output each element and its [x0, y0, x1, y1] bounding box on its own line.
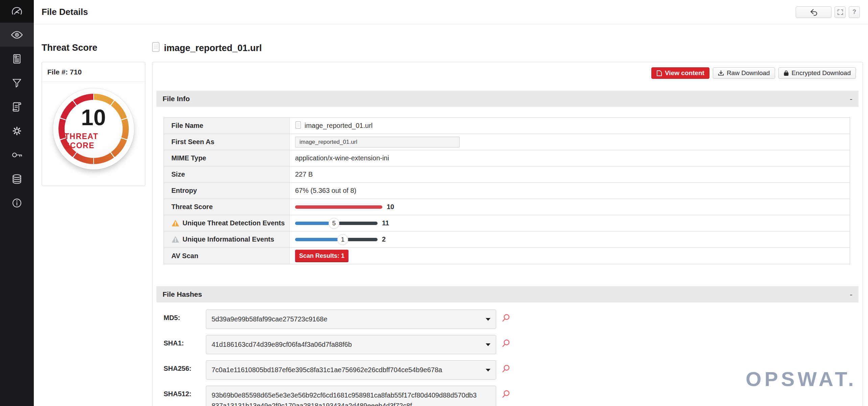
sidebar-item-database[interactable]	[0, 167, 34, 191]
row-label: Size	[164, 166, 290, 182]
sidebar-item-history[interactable]	[0, 95, 34, 119]
gauge-score-value: 10	[81, 106, 106, 129]
row-value: Scan Results: 1	[290, 248, 850, 264]
sidebar	[0, 0, 34, 406]
file-info-collapse-toggle[interactable]: -	[850, 95, 852, 103]
md5-select[interactable]: 5d39a9e99b58faf99cae275723c9168e	[206, 310, 496, 329]
raw-download-label: Raw Download	[727, 69, 770, 77]
help-label: ?	[852, 8, 856, 16]
table-row: Threat Score 10	[164, 199, 850, 215]
sidebar-item-analysis[interactable]	[0, 23, 34, 47]
threat-score-bar-row: 10	[290, 199, 850, 215]
threat-score-card: File #: 710 10 THREAT SCORE	[42, 62, 145, 186]
sha1-search-button[interactable]	[502, 339, 510, 350]
hash-row-md5: MD5: 5d39a9e99b58faf99cae275723c9168e	[164, 310, 863, 329]
encrypted-download-button[interactable]: Encrypted Download	[778, 67, 856, 79]
sidebar-item-settings[interactable]	[0, 119, 34, 143]
help-button[interactable]: ?	[849, 6, 860, 18]
opswat-logo-watermark: OPSWAT.	[746, 367, 857, 391]
warning-triangle-icon	[171, 220, 179, 227]
raw-download-button[interactable]: Raw Download	[713, 67, 775, 79]
file-hashes-section-header: File Hashes -	[156, 286, 859, 302]
file-icon	[295, 121, 301, 131]
search-icon	[502, 364, 510, 374]
chevron-down-icon	[486, 343, 490, 346]
detection-total-count: 11	[382, 219, 389, 227]
sidebar-item-keys[interactable]	[0, 143, 34, 167]
scan-results-badge[interactable]: Scan Results: 1	[295, 250, 348, 262]
table-row: First Seen As	[164, 134, 850, 150]
report-icon	[10, 52, 23, 65]
page-icon	[656, 70, 662, 76]
view-content-button[interactable]: View content	[651, 67, 709, 79]
file-title-row: image_reported_01.url	[152, 42, 262, 54]
row-label: Entropy	[164, 183, 290, 199]
file-name-title: image_reported_01.url	[164, 43, 262, 53]
sha256-value: 7c0a1e11610805bd187ef6e395c8fa31c1ae7569…	[212, 366, 442, 374]
sha256-label: SHA256:	[164, 360, 206, 373]
detection-total-bar	[338, 222, 378, 225]
detection-events-bar-row: 5 11	[290, 215, 850, 231]
informational-progress-bar	[295, 238, 338, 241]
row-value	[290, 134, 850, 150]
dashboard-gauge-icon	[10, 5, 24, 18]
sidebar-item-about[interactable]	[0, 191, 34, 215]
file-info-title: File Info	[163, 95, 190, 103]
file-icon	[152, 42, 160, 54]
md5-search-button[interactable]	[502, 314, 510, 324]
row-label: Unique Threat Detection Events	[164, 215, 290, 231]
view-content-label: View content	[665, 69, 704, 77]
file-details-panel: View content Raw Download Encrypted Down…	[152, 62, 863, 406]
undo-arrow-icon	[809, 8, 818, 17]
threat-score-section-title: Threat Score	[42, 43, 97, 53]
threat-score-bar	[295, 205, 382, 209]
app-logo[interactable]	[0, 0, 34, 23]
file-hashes-title: File Hashes	[163, 290, 202, 298]
filter-funnel-icon	[10, 76, 23, 89]
file-info-table: File Name image_reported_01.url First Se…	[164, 117, 850, 264]
fullscreen-icon	[837, 9, 843, 15]
table-row: AV Scan Scan Results: 1	[164, 248, 850, 264]
table-row: Unique Informational Events 1 2	[164, 231, 850, 248]
size-value: 227 B	[290, 166, 850, 182]
sha512-select[interactable]: 93b69b0e85598d65e5e3e3e56b92cf6cd1681c95…	[206, 386, 496, 406]
md5-value: 5d39a9e99b58faf99cae275723c9168e	[212, 315, 328, 323]
file-info-section-header: File Info -	[156, 91, 859, 107]
eye-analysis-icon	[10, 28, 24, 42]
row-label: First Seen As	[164, 134, 290, 150]
top-bar: File Details ?	[34, 0, 868, 24]
back-button[interactable]	[796, 6, 831, 18]
row-label: File Name	[164, 118, 290, 134]
sha512-search-button[interactable]	[502, 390, 510, 401]
row-label: AV Scan	[164, 248, 290, 264]
sha1-value: 41d186163cd74d39e89cf06fa4f3a06d7fa88f6b	[212, 341, 352, 348]
sha256-search-button[interactable]	[502, 364, 510, 375]
detection-progress-count: 5	[329, 218, 339, 229]
informational-total-count: 2	[382, 235, 386, 243]
search-icon	[502, 314, 510, 323]
file-name-value: image_reported_01.url	[305, 122, 372, 130]
file-number: File #: 710	[42, 62, 145, 82]
file-hashes-collapse-toggle[interactable]: -	[850, 290, 852, 298]
script-scroll-icon	[10, 100, 23, 113]
table-row: MIME Type application/x-wine-extension-i…	[164, 150, 850, 166]
informational-events-bar-row: 1 2	[290, 231, 850, 247]
info-triangle-icon	[171, 236, 179, 243]
table-row: Size 227 B	[164, 166, 850, 183]
first-seen-as-input[interactable]	[295, 137, 460, 148]
sha512-value: 93b69b0e85598d65e5e3e3e56b92cf6cd1681c95…	[212, 391, 477, 406]
sha1-label: SHA1:	[164, 335, 206, 347]
sha256-select[interactable]: 7c0a1e11610805bd187ef6e395c8fa31c1ae7569…	[206, 360, 496, 380]
detection-events-label: Unique Threat Detection Events	[183, 219, 285, 227]
info-icon	[10, 197, 23, 209]
row-value: image_reported_01.url	[290, 118, 850, 134]
key-icon	[10, 149, 23, 161]
detection-progress-bar	[295, 222, 330, 225]
table-row: Unique Threat Detection Events 5 11	[164, 215, 850, 231]
sidebar-item-filters[interactable]	[0, 71, 34, 95]
sidebar-item-reports[interactable]	[0, 47, 34, 71]
fullscreen-button[interactable]	[835, 6, 846, 18]
mime-type-value: application/x-wine-extension-ini	[290, 150, 850, 166]
search-icon	[502, 390, 510, 399]
sha1-select[interactable]: 41d186163cd74d39e89cf06fa4f3a06d7fa88f6b	[206, 335, 496, 354]
